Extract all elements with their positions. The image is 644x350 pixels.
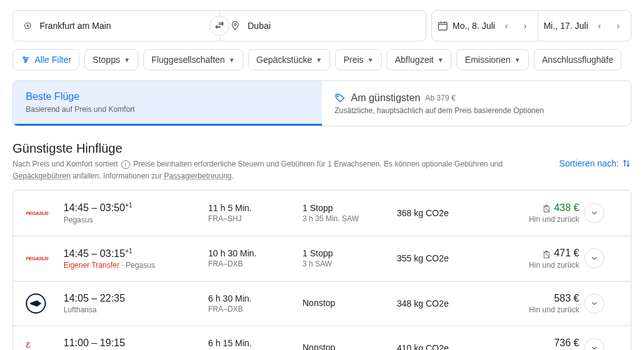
flight-times: 14:45 – 03:15+1 Eigener Transfer · Pegas… xyxy=(64,248,208,270)
section-subtitle: Nach Preis und Komfort sortiert i Preise… xyxy=(13,158,503,182)
flight-row[interactable]: PEGASUS 14:45 – 03:50+1 Pegasus 11 h 5 M… xyxy=(13,190,631,236)
flight-stops: Nonstop xyxy=(303,342,397,350)
flight-price: 736 € Hin und zurück xyxy=(504,337,579,350)
airline-logo-cell: ℰEmirates xyxy=(26,341,64,350)
svg-point-5 xyxy=(26,59,28,61)
expand-cell xyxy=(579,248,604,268)
expand-button[interactable] xyxy=(584,338,604,350)
tab-cheap-sub: Zusätzliche, hauptsächlich auf dem Preis… xyxy=(335,106,618,115)
tab-best[interactable]: Beste Flüge Basierend auf Preis und Komf… xyxy=(13,81,322,126)
tab-best-sub: Basierend auf Preis und Komfort xyxy=(26,105,309,114)
chevron-down-icon: ▼ xyxy=(437,57,443,63)
return-prev-button[interactable]: ‹ xyxy=(592,18,607,33)
tag-icon xyxy=(335,92,346,104)
stops-filter[interactable]: Stopps▼ xyxy=(84,49,138,70)
expand-cell xyxy=(579,338,604,350)
depart-next-button[interactable]: › xyxy=(518,18,533,33)
chevron-down-icon xyxy=(590,254,599,263)
emirates-logo: ℰEmirates xyxy=(26,341,50,350)
tab-cheapest[interactable]: Am günstigsten Ab 379 € Zusätzliche, hau… xyxy=(322,81,631,126)
flight-times: 14:45 – 03:50+1 Pegasus xyxy=(64,202,208,224)
sort-icon xyxy=(621,158,631,168)
no-bag-icon xyxy=(541,248,552,258)
lufthansa-logo xyxy=(26,293,46,314)
flight-emissions: 368 kg CO2e xyxy=(397,208,504,218)
flight-duration: 6 h 15 Min. FRA–DXB xyxy=(208,338,303,350)
origin-text: Frankfurt am Main xyxy=(40,21,111,31)
baggage-fees-link[interactable]: Gepäckgebühren xyxy=(13,172,70,180)
depart-date-text: Mo., 8. Juli xyxy=(452,21,495,31)
chevron-down-icon xyxy=(590,299,599,308)
destination-icon xyxy=(230,21,240,31)
svg-point-6 xyxy=(25,61,26,63)
emissions-filter[interactable]: Emissionen▼ xyxy=(457,49,528,70)
expand-button[interactable] xyxy=(584,203,604,223)
svg-rect-3 xyxy=(439,23,448,30)
time-filter[interactable]: Abflugzeit▼ xyxy=(387,49,452,70)
passenger-care-link[interactable]: Passagierbetreuung xyxy=(164,172,231,180)
flight-row[interactable]: 14:05 – 22:35 Lufthansa 6 h 30 Min. FRA–… xyxy=(13,282,631,326)
flights-list: PEGASUS 14:45 – 03:50+1 Pegasus 11 h 5 M… xyxy=(13,190,631,350)
flight-duration: 11 h 5 Min. FRA–SHJ xyxy=(208,203,303,223)
calendar-icon xyxy=(437,20,448,31)
flight-row[interactable]: PEGASUS 14:45 – 03:15+1 Eigener Transfer… xyxy=(13,236,631,282)
svg-point-4 xyxy=(23,57,25,58)
depart-prev-button[interactable]: ‹ xyxy=(499,18,514,33)
flight-duration: 10 h 30 Min. FRA–DXB xyxy=(208,248,303,268)
svg-point-1 xyxy=(26,25,29,27)
flight-price: 471 € Hin und zurück xyxy=(504,248,579,269)
connecting-filter[interactable]: Anschlussflughäfe xyxy=(534,49,622,70)
flight-row[interactable]: ℰEmirates 11:00 – 19:15 Emirates 6 h 15 … xyxy=(13,326,631,350)
all-filters-button[interactable]: Alle Filter xyxy=(13,49,79,70)
chevron-down-icon: ▼ xyxy=(316,57,322,63)
location-group: Frankfurt am Main Dubai xyxy=(13,10,426,41)
flight-duration: 6 h 30 Min. FRA–DXB xyxy=(208,293,303,314)
search-bar: Frankfurt am Main Dubai Mo., 8. Juli ‹ › xyxy=(13,10,631,41)
price-filter[interactable]: Preis▼ xyxy=(335,49,382,70)
flight-stops: Nonstop xyxy=(303,298,397,309)
flight-stops: 1 Stopp 3 h 35 Min. SAW xyxy=(303,203,397,223)
expand-button[interactable] xyxy=(584,293,604,314)
flight-stops: 1 Stopp 3 h SAW xyxy=(303,248,397,268)
filter-icon xyxy=(21,55,31,65)
return-next-button[interactable]: › xyxy=(611,18,626,33)
chevron-down-icon: ▼ xyxy=(124,57,130,63)
filters-row: Alle Filter Stopps▼ Fluggesellschaften▼ … xyxy=(13,49,631,70)
origin-field[interactable]: Frankfurt am Main xyxy=(13,11,220,41)
pegasus-logo: PEGASUS xyxy=(26,211,48,216)
tab-best-title: Beste Flüge xyxy=(26,91,309,102)
pegasus-logo: PEGASUS xyxy=(26,256,48,261)
chevron-down-icon: ▼ xyxy=(514,57,521,63)
flight-price: 583 € Hin und zurück xyxy=(504,293,579,314)
return-date-field[interactable]: Mi., 17. Juli ‹ › xyxy=(538,11,631,41)
flight-times: 11:00 – 19:15 Emirates xyxy=(64,337,208,350)
svg-point-7 xyxy=(338,96,339,97)
expand-button[interactable] xyxy=(584,248,604,268)
chevron-down-icon xyxy=(590,209,599,217)
destination-field[interactable]: Dubai xyxy=(220,11,426,41)
flight-emissions: 355 kg CO2e xyxy=(397,253,504,263)
flight-times: 14:05 – 22:35 Lufthansa xyxy=(64,293,208,314)
depart-date-field[interactable]: Mo., 8. Juli ‹ › xyxy=(432,11,538,41)
chevron-down-icon xyxy=(590,344,599,350)
flight-emissions: 410 kg CO2e xyxy=(397,343,504,350)
chevron-down-icon: ▼ xyxy=(367,57,374,63)
airline-logo-cell: PEGASUS xyxy=(26,256,64,261)
no-bag-icon xyxy=(541,203,552,213)
sort-button[interactable]: Sortieren nach: xyxy=(559,158,631,168)
section-title: Günstigste Hinflüge xyxy=(13,141,631,156)
bags-filter[interactable]: Gepäckstücke▼ xyxy=(248,49,331,70)
flight-price: 438 € Hin und zurück xyxy=(504,202,579,224)
swap-button[interactable] xyxy=(209,16,230,36)
section-header: Günstigste Hinflüge Nach Preis und Komfo… xyxy=(13,141,631,182)
return-date-text: Mi., 17. Juli xyxy=(543,21,588,31)
expand-cell xyxy=(579,293,604,314)
expand-cell xyxy=(579,203,604,223)
airline-logo-cell: PEGASUS xyxy=(26,211,64,216)
info-icon[interactable]: i xyxy=(121,160,130,169)
airlines-filter[interactable]: Fluggesellschaften▼ xyxy=(143,49,243,70)
self-transfer-label: Eigener Transfer xyxy=(64,261,119,270)
date-group: Mo., 8. Juli ‹ › Mi., 17. Juli ‹ › xyxy=(431,10,631,41)
airline-logo-cell xyxy=(26,293,64,314)
flight-emissions: 348 kg CO2e xyxy=(397,298,504,309)
